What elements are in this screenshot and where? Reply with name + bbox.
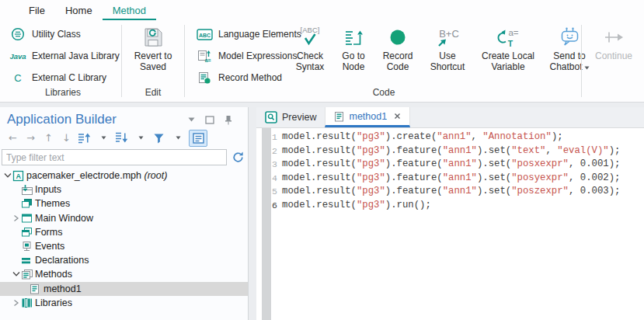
code-line-6[interactable]: 6model.result("pg3").run(); bbox=[256, 199, 644, 213]
chevron-down-icon[interactable] bbox=[134, 130, 148, 146]
sort-asc-icon[interactable] bbox=[77, 130, 92, 146]
float-window-icon[interactable] bbox=[205, 116, 214, 124]
check-syntax-icon: [ABC] bbox=[297, 23, 323, 51]
utility-class-button[interactable]: Utility Class bbox=[5, 23, 121, 45]
filter-input[interactable] bbox=[2, 149, 227, 165]
code-text: model.result("pg3").feature("ann1").set(… bbox=[282, 172, 620, 186]
workspace: Application Builder ←→↑↓ Apacemaker_elec… bbox=[0, 103, 644, 320]
chevron-down-icon[interactable] bbox=[171, 130, 186, 146]
chevron-down-icon[interactable] bbox=[2, 172, 12, 179]
panel-title: Application Builder bbox=[7, 112, 188, 127]
refresh-icon[interactable] bbox=[231, 151, 245, 164]
tree-item-events[interactable]: Events bbox=[0, 239, 248, 253]
code-line-5[interactable]: 5model.result("pg3").feature("ann1").set… bbox=[256, 185, 644, 199]
model-expressions-label: Model Expressions bbox=[218, 50, 297, 61]
tab-method1[interactable]: method1 bbox=[325, 107, 410, 127]
nav-back-icon[interactable]: ← bbox=[5, 130, 20, 146]
tab-method[interactable]: Method bbox=[103, 2, 156, 20]
tree-item-label: Forms bbox=[35, 227, 62, 238]
java-icon: Java bbox=[8, 51, 28, 61]
tree-item-declarations[interactable]: Declarations bbox=[0, 253, 248, 267]
tree-item-label: Methods bbox=[35, 269, 72, 280]
tree-item-pacemaker-electrode-mph[interactable]: Apacemaker_electrode.mph (root) bbox=[0, 169, 248, 183]
tree-item-label: Themes bbox=[35, 198, 70, 209]
tab-preview[interactable]: Preview bbox=[256, 107, 325, 127]
code-line-1[interactable]: 1model.result("pg3").create("ann1", "Ann… bbox=[256, 130, 644, 144]
go-to-node-button[interactable]: Go to Node bbox=[338, 23, 369, 72]
filter-icon[interactable] bbox=[151, 130, 166, 146]
svg-text:Java: Java bbox=[9, 52, 26, 61]
declarations-icon bbox=[21, 256, 35, 266]
code-line-2[interactable]: 2model.result("pg3").feature("ann1").set… bbox=[256, 144, 644, 158]
go-to-node-icon bbox=[343, 23, 364, 51]
create-local-variable-icon: a=T bbox=[493, 23, 523, 51]
group-continue: Continue bbox=[586, 23, 642, 99]
editor-tools-icon[interactable] bbox=[189, 130, 207, 147]
method-icon bbox=[30, 283, 44, 294]
filter-row bbox=[0, 148, 248, 167]
use-shortcut-button[interactable]: B+CUse Shortcut bbox=[426, 23, 468, 72]
tree-item-main-window[interactable]: Main Window bbox=[0, 211, 248, 225]
panel-menu-caret-icon[interactable] bbox=[188, 117, 195, 122]
tree-item-method1[interactable]: method1 bbox=[0, 282, 248, 296]
chevron-right-icon[interactable] bbox=[11, 214, 21, 222]
tree-item-themes[interactable]: Themes bbox=[0, 197, 248, 210]
svg-text:B+C: B+C bbox=[439, 28, 459, 40]
sort-desc-icon[interactable] bbox=[114, 130, 129, 146]
move-up-icon[interactable]: ↑ bbox=[41, 130, 56, 146]
tab-home[interactable]: Home bbox=[55, 2, 103, 20]
move-down-icon[interactable]: ↓ bbox=[59, 130, 74, 146]
svg-text:a=: a= bbox=[508, 28, 518, 37]
line-number: 2 bbox=[256, 144, 277, 158]
create-local-variable-button[interactable]: a=TCreate Local Variable bbox=[479, 23, 537, 72]
ribbon-separator bbox=[581, 25, 582, 97]
tree-item-inputs[interactable]: Inputs bbox=[0, 183, 248, 197]
inputs-icon bbox=[21, 184, 35, 196]
send-to-chatbot-label: Send to Chatbot bbox=[548, 51, 591, 72]
code-text: model.result("pg3").run(); bbox=[282, 199, 431, 213]
tree-item-methods[interactable]: Methods bbox=[0, 267, 248, 281]
tab-file[interactable]: File bbox=[19, 2, 55, 20]
group-edit: Revert to Saved Edit bbox=[123, 23, 183, 99]
tree-item-label: Libraries bbox=[35, 297, 72, 308]
tree-item-forms[interactable]: Forms bbox=[0, 225, 248, 239]
record-code-button[interactable]: Record Code bbox=[380, 23, 416, 72]
code-line-4[interactable]: 4model.result("pg3").feature("ann1").set… bbox=[256, 172, 644, 186]
go-to-node-label: Go to Node bbox=[338, 51, 369, 72]
methods-icon bbox=[21, 269, 35, 280]
tree-item-label: Events bbox=[35, 241, 64, 252]
nav-forward-icon[interactable]: → bbox=[23, 130, 38, 146]
code-editor-area[interactable]: 1model.result("pg3").create("ann1", "Ann… bbox=[256, 128, 644, 320]
send-to-chatbot-button[interactable]: Send to Chatbot bbox=[548, 23, 591, 72]
create-local-variable-label: Create Local Variable bbox=[479, 51, 537, 72]
chevron-down-icon[interactable] bbox=[11, 271, 21, 277]
tree-item-libraries[interactable]: Libraries bbox=[0, 296, 248, 310]
revert-to-saved-button[interactable]: Revert to Saved bbox=[123, 23, 183, 72]
panel-header: Application Builder bbox=[0, 107, 248, 127]
group-libraries: Utility ClassJavaExternal Java LibraryCE… bbox=[5, 23, 121, 99]
pin-icon[interactable] bbox=[225, 115, 232, 125]
check-syntax-button[interactable]: [ABC]Check Syntax bbox=[293, 23, 327, 72]
group-label-edit: Edit bbox=[123, 87, 183, 98]
record-method-button[interactable]: Record Method bbox=[191, 67, 301, 89]
external-java-library-button[interactable]: JavaExternal Java Library bbox=[5, 45, 121, 67]
external-c-library-button[interactable]: CExternal C Library bbox=[5, 67, 121, 89]
chevron-down-icon[interactable] bbox=[96, 130, 111, 146]
continue-button[interactable]: Continue bbox=[586, 23, 642, 62]
code-line-3[interactable]: 3model.result("pg3").feature("ann1").set… bbox=[256, 158, 644, 172]
editor-tab-bar: Preview method1 bbox=[256, 107, 644, 128]
line-number: 1 bbox=[256, 130, 277, 144]
chevron-right-icon[interactable] bbox=[11, 299, 21, 307]
language-elements-button[interactable]: ABCLanguage Elements bbox=[191, 23, 301, 45]
line-number: 6 bbox=[256, 199, 277, 213]
close-icon[interactable] bbox=[394, 113, 401, 120]
tree-item-label: method1 bbox=[44, 283, 82, 294]
ribbon-separator bbox=[121, 25, 122, 97]
model-expressions-button[interactable]: a=Model Expressions bbox=[191, 45, 301, 67]
svg-text:[ABC]: [ABC] bbox=[301, 26, 320, 34]
ribbon-separator bbox=[184, 25, 185, 97]
tree-item-label: pacemaker_electrode.mph (root) bbox=[26, 170, 167, 181]
line-number: 5 bbox=[256, 185, 277, 199]
themes-icon bbox=[21, 198, 35, 209]
record-method-label: Record Method bbox=[218, 72, 282, 83]
